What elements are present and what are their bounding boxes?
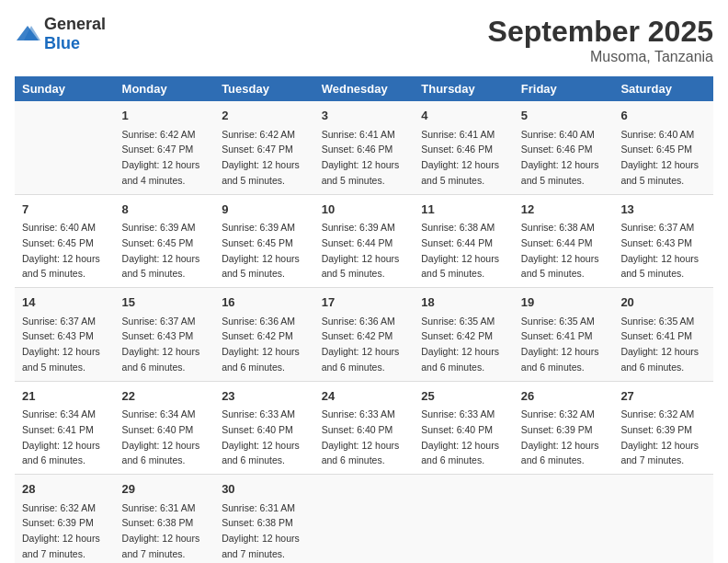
day-detail: Sunrise: 6:34 AM Sunset: 6:40 PM Dayligh…: [122, 408, 200, 465]
calendar-cell: [15, 101, 115, 194]
day-detail: Sunrise: 6:39 AM Sunset: 6:45 PM Dayligh…: [222, 222, 300, 279]
week-row-0: 1Sunrise: 6:42 AM Sunset: 6:47 PM Daylig…: [15, 101, 713, 194]
weekday-header-thursday: Thursday: [414, 76, 514, 101]
day-number: 7: [22, 201, 108, 219]
calendar-cell: 27Sunrise: 6:32 AM Sunset: 6:39 PM Dayli…: [613, 381, 713, 475]
day-detail: Sunrise: 6:33 AM Sunset: 6:40 PM Dayligh…: [322, 408, 400, 465]
calendar-cell: 11Sunrise: 6:38 AM Sunset: 6:44 PM Dayli…: [414, 194, 514, 288]
calendar-cell: 19Sunrise: 6:35 AM Sunset: 6:41 PM Dayli…: [514, 288, 614, 382]
calendar-cell: 14Sunrise: 6:37 AM Sunset: 6:43 PM Dayli…: [15, 288, 115, 382]
weekday-header-row: SundayMondayTuesdayWednesdayThursdayFrid…: [15, 76, 713, 101]
week-row-1: 7Sunrise: 6:40 AM Sunset: 6:45 PM Daylig…: [15, 194, 713, 288]
day-detail: Sunrise: 6:34 AM Sunset: 6:41 PM Dayligh…: [22, 408, 100, 465]
day-number: 28: [22, 480, 108, 499]
day-number: 4: [421, 107, 506, 125]
day-number: 15: [122, 293, 208, 312]
day-detail: Sunrise: 6:32 AM Sunset: 6:39 PM Dayligh…: [620, 408, 699, 465]
subtitle: Musoma, Tanzania: [488, 49, 713, 65]
day-detail: Sunrise: 6:42 AM Sunset: 6:47 PM Dayligh…: [222, 129, 300, 186]
calendar-cell: 24Sunrise: 6:33 AM Sunset: 6:40 PM Dayli…: [314, 381, 415, 475]
day-number: 9: [222, 201, 307, 219]
day-detail: Sunrise: 6:40 AM Sunset: 6:45 PM Dayligh…: [620, 129, 699, 186]
day-number: 14: [22, 293, 108, 312]
day-detail: Sunrise: 6:32 AM Sunset: 6:39 PM Dayligh…: [521, 408, 599, 465]
day-detail: Sunrise: 6:39 AM Sunset: 6:44 PM Dayligh…: [322, 222, 400, 279]
day-number: 29: [122, 480, 208, 499]
day-number: 22: [122, 387, 208, 406]
day-number: 5: [521, 107, 607, 125]
day-number: 24: [322, 387, 407, 406]
day-number: 16: [222, 293, 307, 312]
weekday-header-monday: Monday: [115, 76, 215, 101]
calendar-cell: 22Sunrise: 6:34 AM Sunset: 6:40 PM Dayli…: [115, 381, 215, 475]
day-number: 11: [421, 201, 506, 219]
calendar-cell: 15Sunrise: 6:37 AM Sunset: 6:43 PM Dayli…: [115, 288, 215, 382]
day-detail: Sunrise: 6:38 AM Sunset: 6:44 PM Dayligh…: [421, 222, 499, 279]
day-detail: Sunrise: 6:37 AM Sunset: 6:43 PM Dayligh…: [122, 316, 200, 373]
day-number: 20: [620, 293, 706, 312]
calendar-cell: 20Sunrise: 6:35 AM Sunset: 6:41 PM Dayli…: [613, 288, 713, 382]
day-number: 13: [620, 201, 706, 219]
week-row-2: 14Sunrise: 6:37 AM Sunset: 6:43 PM Dayli…: [15, 288, 713, 382]
day-number: 2: [222, 107, 307, 125]
day-detail: Sunrise: 6:41 AM Sunset: 6:46 PM Dayligh…: [421, 129, 499, 186]
day-detail: Sunrise: 6:38 AM Sunset: 6:44 PM Dayligh…: [521, 222, 599, 279]
calendar-cell: 6Sunrise: 6:40 AM Sunset: 6:45 PM Daylig…: [613, 101, 713, 194]
logo-icon: [15, 24, 40, 44]
day-number: 18: [421, 293, 506, 312]
day-detail: Sunrise: 6:39 AM Sunset: 6:45 PM Dayligh…: [122, 222, 200, 279]
calendar-cell: 4Sunrise: 6:41 AM Sunset: 6:46 PM Daylig…: [414, 101, 514, 194]
day-detail: Sunrise: 6:42 AM Sunset: 6:47 PM Dayligh…: [122, 129, 200, 186]
day-number: 26: [521, 387, 607, 406]
calendar-cell: 9Sunrise: 6:39 AM Sunset: 6:45 PM Daylig…: [214, 194, 314, 288]
calendar-cell: 23Sunrise: 6:33 AM Sunset: 6:40 PM Dayli…: [214, 381, 314, 475]
day-detail: Sunrise: 6:41 AM Sunset: 6:46 PM Dayligh…: [322, 129, 400, 186]
calendar-cell: 26Sunrise: 6:32 AM Sunset: 6:39 PM Dayli…: [514, 381, 614, 475]
calendar-cell: 18Sunrise: 6:35 AM Sunset: 6:42 PM Dayli…: [414, 288, 514, 382]
weekday-header-wednesday: Wednesday: [314, 76, 415, 101]
day-detail: Sunrise: 6:33 AM Sunset: 6:40 PM Dayligh…: [421, 408, 499, 465]
calendar-cell: [514, 475, 614, 564]
calendar-cell: 10Sunrise: 6:39 AM Sunset: 6:44 PM Dayli…: [314, 194, 415, 288]
day-number: 30: [222, 480, 307, 499]
day-number: 8: [122, 201, 208, 219]
header: General Blue September 2025 Musoma, Tanz…: [15, 15, 713, 65]
day-number: 1: [122, 107, 208, 125]
day-detail: Sunrise: 6:32 AM Sunset: 6:39 PM Dayligh…: [22, 502, 100, 559]
calendar-cell: 7Sunrise: 6:40 AM Sunset: 6:45 PM Daylig…: [15, 194, 115, 288]
main-title: September 2025: [488, 15, 713, 49]
day-number: 27: [620, 387, 706, 406]
calendar-cell: 16Sunrise: 6:36 AM Sunset: 6:42 PM Dayli…: [214, 288, 314, 382]
weekday-header-tuesday: Tuesday: [214, 76, 314, 101]
calendar-cell: 29Sunrise: 6:31 AM Sunset: 6:38 PM Dayli…: [115, 475, 215, 564]
weekday-header-sunday: Sunday: [15, 76, 115, 101]
calendar-cell: 28Sunrise: 6:32 AM Sunset: 6:39 PM Dayli…: [15, 475, 115, 564]
calendar-cell: 2Sunrise: 6:42 AM Sunset: 6:47 PM Daylig…: [214, 101, 314, 194]
calendar-cell: 17Sunrise: 6:36 AM Sunset: 6:42 PM Dayli…: [314, 288, 415, 382]
calendar-cell: 3Sunrise: 6:41 AM Sunset: 6:46 PM Daylig…: [314, 101, 415, 194]
weekday-header-friday: Friday: [514, 76, 614, 101]
day-number: 10: [322, 201, 407, 219]
calendar-cell: 21Sunrise: 6:34 AM Sunset: 6:41 PM Dayli…: [15, 381, 115, 475]
day-number: 17: [322, 293, 407, 312]
calendar-cell: 25Sunrise: 6:33 AM Sunset: 6:40 PM Dayli…: [414, 381, 514, 475]
logo-text: General Blue: [44, 15, 106, 53]
day-number: 6: [620, 107, 706, 125]
day-detail: Sunrise: 6:35 AM Sunset: 6:41 PM Dayligh…: [620, 316, 699, 373]
calendar-cell: 13Sunrise: 6:37 AM Sunset: 6:43 PM Dayli…: [613, 194, 713, 288]
weekday-header-saturday: Saturday: [613, 76, 713, 101]
day-detail: Sunrise: 6:31 AM Sunset: 6:38 PM Dayligh…: [222, 502, 300, 559]
calendar-cell: 8Sunrise: 6:39 AM Sunset: 6:45 PM Daylig…: [115, 194, 215, 288]
calendar-table: SundayMondayTuesdayWednesdayThursdayFrid…: [15, 76, 713, 563]
calendar-cell: 5Sunrise: 6:40 AM Sunset: 6:46 PM Daylig…: [514, 101, 614, 194]
day-detail: Sunrise: 6:35 AM Sunset: 6:41 PM Dayligh…: [521, 316, 599, 373]
day-number: 3: [322, 107, 407, 125]
calendar-cell: 12Sunrise: 6:38 AM Sunset: 6:44 PM Dayli…: [514, 194, 614, 288]
day-detail: Sunrise: 6:36 AM Sunset: 6:42 PM Dayligh…: [322, 316, 400, 373]
logo: General Blue: [15, 15, 106, 53]
day-detail: Sunrise: 6:35 AM Sunset: 6:42 PM Dayligh…: [421, 316, 499, 373]
day-detail: Sunrise: 6:36 AM Sunset: 6:42 PM Dayligh…: [222, 316, 300, 373]
day-detail: Sunrise: 6:33 AM Sunset: 6:40 PM Dayligh…: [222, 408, 300, 465]
day-detail: Sunrise: 6:40 AM Sunset: 6:45 PM Dayligh…: [22, 222, 100, 279]
week-row-3: 21Sunrise: 6:34 AM Sunset: 6:41 PM Dayli…: [15, 381, 713, 475]
